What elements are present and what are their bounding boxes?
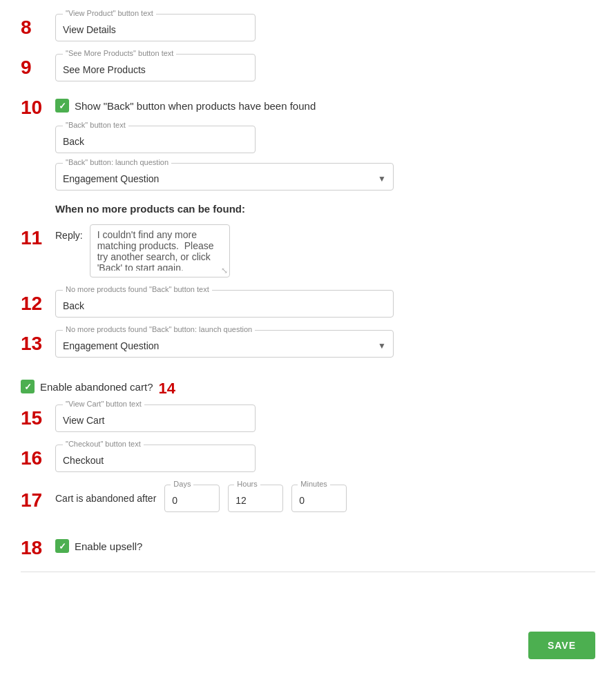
back-button-input-container: "Back" button text bbox=[55, 126, 256, 153]
no-more-launch-select-container: No more products found "Back" button: la… bbox=[55, 330, 394, 358]
reply-label: Reply: bbox=[55, 230, 83, 241]
view-product-label: "View Product" button text bbox=[63, 9, 156, 17]
back-button-text-section: "Back" button text bbox=[55, 126, 595, 153]
number-14: 14 bbox=[158, 381, 193, 396]
enable-abandoned-label: Enable abandoned cart? bbox=[40, 381, 153, 393]
number-18: 18 bbox=[21, 538, 55, 558]
no-more-launch-label: No more products found "Back" button: la… bbox=[63, 325, 255, 333]
view-product-input-container: "View Product" button text bbox=[55, 14, 256, 41]
view-cart-label: "View Cart" button text bbox=[63, 400, 144, 408]
no-more-launch-field-group: No more products found "Back" button: la… bbox=[55, 330, 394, 358]
days-label: Days bbox=[171, 480, 193, 488]
row-14-checkbox: Enable abandoned cart? 14 bbox=[21, 377, 595, 396]
row-15: 15 "View Cart" button text bbox=[21, 404, 595, 432]
enable-upsell-label: Enable upsell? bbox=[75, 540, 142, 552]
number-12: 12 bbox=[21, 294, 55, 313]
see-more-input[interactable] bbox=[63, 64, 248, 75]
resize-handle-icon: ⤡ bbox=[221, 266, 228, 275]
no-more-back-input-container: No more products found "Back" button tex… bbox=[55, 290, 394, 318]
checkout-field-group: "Checkout" button text bbox=[55, 445, 256, 472]
row-12: 12 No more products found "Back" button … bbox=[21, 290, 595, 318]
number-16: 16 bbox=[21, 449, 55, 468]
hours-input[interactable] bbox=[235, 495, 276, 506]
row-17: 17 Cart is abandoned after Days Hours Mi… bbox=[21, 485, 595, 512]
cart-abandoned-label: Cart is abandoned after bbox=[55, 493, 156, 504]
back-launch-select[interactable]: Engagement Question bbox=[63, 173, 386, 184]
checkout-label: "Checkout" button text bbox=[63, 440, 144, 448]
no-more-back-field-group: No more products found "Back" button tex… bbox=[55, 290, 394, 318]
checkout-input-container: "Checkout" button text bbox=[55, 445, 256, 472]
back-launch-label: "Back" button: launch question bbox=[63, 158, 171, 166]
row-13: 13 No more products found "Back" button:… bbox=[21, 330, 595, 358]
no-more-back-input[interactable] bbox=[63, 300, 386, 311]
bottom-divider bbox=[21, 572, 595, 572]
number-8: 8 bbox=[21, 18, 55, 37]
hours-field-container: Hours bbox=[228, 485, 283, 512]
show-back-checkbox[interactable] bbox=[55, 99, 69, 113]
reply-row: Reply: I couldn't find any more matching… bbox=[55, 224, 230, 277]
days-input[interactable] bbox=[172, 495, 212, 506]
see-more-input-container: "See More Products" button text bbox=[55, 54, 256, 81]
number-15: 15 bbox=[21, 409, 55, 428]
view-cart-input[interactable] bbox=[63, 415, 248, 426]
row-8: 8 "View Product" button text bbox=[21, 14, 595, 41]
cart-abandoned-row: Cart is abandoned after Days Hours Minut… bbox=[55, 485, 347, 512]
row-10-checkbox: 10 Show "Back" button when products have… bbox=[21, 94, 595, 117]
no-more-launch-select[interactable]: Engagement Question bbox=[63, 340, 386, 351]
number-17: 17 bbox=[21, 491, 55, 510]
checkout-input[interactable] bbox=[63, 455, 248, 466]
hours-label: Hours bbox=[234, 480, 260, 488]
number-13: 13 bbox=[21, 334, 55, 353]
minutes-label: Minutes bbox=[298, 480, 330, 488]
reply-textarea[interactable]: I couldn't find any more matching produc… bbox=[97, 229, 222, 271]
enable-upsell-checkbox[interactable] bbox=[55, 539, 69, 553]
minutes-field-container: Minutes bbox=[291, 485, 347, 512]
view-product-input[interactable] bbox=[63, 24, 248, 35]
view-cart-input-container: "View Cart" button text bbox=[55, 404, 256, 432]
reply-textarea-container: I couldn't find any more matching produc… bbox=[90, 224, 230, 277]
number-9: 9 bbox=[21, 58, 55, 77]
see-more-label: "See More Products" button text bbox=[63, 49, 176, 57]
back-button-input[interactable] bbox=[63, 136, 248, 147]
number-10: 10 bbox=[21, 98, 55, 117]
view-product-field-group: "View Product" button text bbox=[55, 14, 256, 41]
row-11: 11 Reply: I couldn't find any more match… bbox=[21, 224, 595, 277]
row-16: 16 "Checkout" button text bbox=[21, 445, 595, 472]
minutes-input[interactable] bbox=[299, 495, 339, 506]
days-field-container: Days bbox=[164, 485, 220, 512]
row-9: 9 "See More Products" button text bbox=[21, 54, 595, 81]
enable-abandoned-cart-checkbox[interactable] bbox=[21, 380, 35, 393]
back-button-label: "Back" button text bbox=[63, 121, 128, 129]
see-more-field-group: "See More Products" button text bbox=[55, 54, 256, 81]
back-launch-select-container: "Back" button: launch question Engagemen… bbox=[55, 163, 394, 191]
show-back-label: Show "Back" button when products have be… bbox=[75, 100, 316, 112]
no-more-back-label: No more products found "Back" button tex… bbox=[63, 285, 212, 293]
view-cart-field-group: "View Cart" button text bbox=[55, 404, 256, 432]
back-launch-section: "Back" button: launch question Engagemen… bbox=[55, 163, 595, 191]
no-more-products-heading: When no more products can be found: bbox=[55, 203, 595, 215]
row-18-checkbox: 18 Enable upsell? bbox=[21, 534, 595, 558]
number-11: 11 bbox=[21, 228, 55, 248]
